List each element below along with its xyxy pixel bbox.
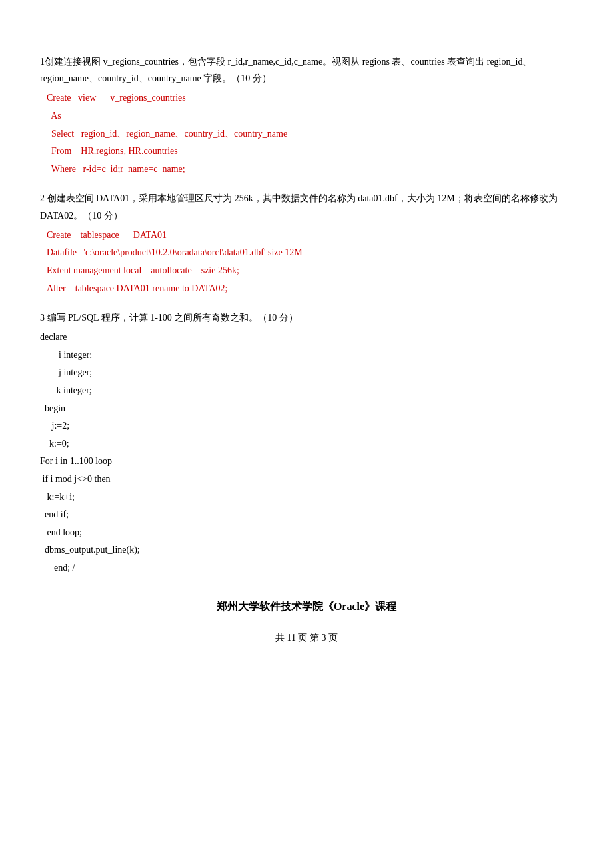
question-2: 2 创建表空间 DATA01，采用本地管理区尺寸为 256k，其中数据文件的名称… <box>40 190 573 297</box>
q1-code-line-4: From HR.regions, HR.countries <box>47 143 573 161</box>
page-content: 1创建连接视图 v_regions_countries，包含字段 r_id,r_… <box>40 53 573 647</box>
q3-code: declare i integer; j integer; k integer;… <box>40 329 573 577</box>
q1-code-line-3: Select region_id、region_name、country_id、… <box>47 125 573 143</box>
q3-title: 3 编写 PL/SQL 程序，计算 1-100 之间所有奇数之和。（10 分） <box>40 309 573 326</box>
q3-line-kki: k:=k+i; <box>40 489 573 507</box>
q3-line-if: if i mod j<>0 then <box>40 471 573 489</box>
q1-code-line-2: As <box>47 107 573 125</box>
q2-title: 2 创建表空间 DATA01，采用本地管理区尺寸为 256k，其中数据文件的名称… <box>40 190 573 223</box>
q1-code-line-5: Where r-id=c_id;r_name=c_name; <box>47 161 573 179</box>
q2-code-line-1: Create tablespace DATA01 <box>47 227 573 245</box>
q3-line-j: j integer; <box>40 364 573 382</box>
q3-line-for: For i in 1..100 loop <box>40 453 573 471</box>
question-3: 3 编写 PL/SQL 程序，计算 1-100 之间所有奇数之和。（10 分） … <box>40 309 573 577</box>
q1-code-line-1: Create view v_regions_countries <box>47 89 573 107</box>
q2-code-line-4: Alter tablespace DATA01 rename to DATA02… <box>47 280 573 298</box>
q2-code-line-2: Datafile 'c:\oracle\product\10.2.0\orada… <box>47 244 573 262</box>
question-1: 1创建连接视图 v_regions_countries，包含字段 r_id,r_… <box>40 53 573 178</box>
q3-line-k0: k:=0; <box>40 435 573 453</box>
q3-line-end: end; / <box>40 559 573 577</box>
q2-code: Create tablespace DATA01 Datafile 'c:\or… <box>40 227 573 297</box>
q3-line-j2: j:=2; <box>40 417 573 435</box>
q3-line-i: i integer; <box>40 347 573 365</box>
q3-line-k: k integer; <box>40 382 573 400</box>
footer-title: 郑州大学软件技术学院《Oracle》课程 <box>40 597 573 617</box>
q1-code: Create view v_regions_countries As Selec… <box>40 89 573 178</box>
q1-title: 1创建连接视图 v_regions_countries，包含字段 r_id,r_… <box>40 53 573 87</box>
q3-line-dbms: dbms_output.put_line(k); <box>40 541 573 559</box>
q2-code-line-3: Extent management local autollocate szie… <box>47 262 573 280</box>
page-info: 共 11 页 第 3 页 <box>40 629 573 646</box>
q3-line-endif: end if; <box>40 506 573 524</box>
q3-line-endloop: end loop; <box>40 524 573 542</box>
q3-line-declare: declare <box>40 329 573 347</box>
q3-line-begin: begin <box>40 400 573 418</box>
